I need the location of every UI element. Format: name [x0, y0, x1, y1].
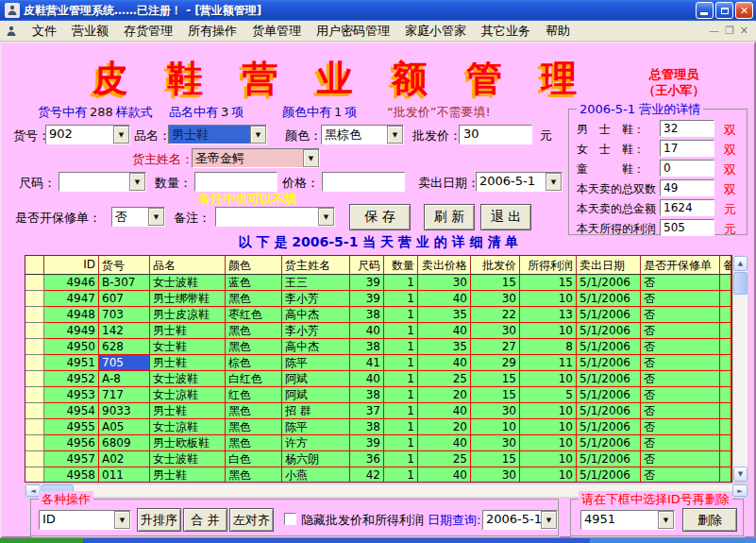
- table-cell[interactable]: 男士鞋: [150, 403, 226, 419]
- mdi-restore-icon[interactable]: ❐: [725, 25, 734, 37]
- table-row[interactable]: 4950628女士鞋黑色高中杰381352785/1/2006否: [25, 339, 731, 355]
- table-cell[interactable]: 高中杰: [282, 339, 350, 355]
- table-cell[interactable]: 否: [641, 291, 720, 307]
- table-cell[interactable]: [720, 371, 731, 387]
- table-cell[interactable]: B-307: [99, 275, 150, 291]
- table-cell[interactable]: 40: [350, 323, 384, 339]
- table-cell[interactable]: 4948: [44, 307, 99, 323]
- table-cell[interactable]: [720, 387, 731, 403]
- table-cell[interactable]: [720, 435, 731, 451]
- table-cell[interactable]: 5: [520, 387, 577, 403]
- chevron-down-icon[interactable]: ▼: [546, 173, 562, 191]
- table-cell[interactable]: 4949: [44, 323, 99, 339]
- table-cell[interactable]: [720, 419, 731, 435]
- table-cell[interactable]: 5/1/2006: [577, 291, 641, 307]
- table-cell[interactable]: 男士皮凉鞋: [150, 307, 226, 323]
- menu-item-help[interactable]: 帮助: [538, 21, 578, 42]
- grid-body[interactable]: 4946B-307女士波鞋蓝色王三3913015155/1/2006否49476…: [25, 275, 731, 483]
- table-cell[interactable]: 38: [350, 307, 384, 323]
- mdi-minimize-icon[interactable]: —: [709, 25, 719, 37]
- wholesale-price-field[interactable]: 30: [459, 125, 532, 144]
- table-cell[interactable]: [720, 339, 731, 355]
- table-cell[interactable]: 4956: [44, 435, 99, 451]
- exit-button[interactable]: 退 出: [480, 204, 531, 230]
- table-cell[interactable]: 15: [520, 275, 577, 291]
- table-cell[interactable]: 4953: [44, 387, 99, 403]
- women-shoes-field[interactable]: 17: [660, 140, 714, 157]
- row-selector-cell[interactable]: [25, 451, 44, 467]
- table-cell[interactable]: 1: [384, 435, 418, 451]
- chevron-down-icon[interactable]: ▼: [114, 511, 130, 529]
- sales-grid[interactable]: ID货号品名颜色货主姓名尺码数量卖出价格批发价所得利润卖出日期是否开保修单备 4…: [25, 255, 732, 483]
- table-cell[interactable]: 男士鞋: [150, 467, 226, 483]
- table-cell[interactable]: 40: [418, 355, 471, 371]
- table-row[interactable]: 4946B-307女士波鞋蓝色王三3913015155/1/2006否: [25, 275, 731, 291]
- align-left-button[interactable]: 左对齐: [229, 508, 274, 532]
- table-cell[interactable]: 1: [384, 451, 418, 467]
- table-cell[interactable]: 38: [350, 387, 384, 403]
- table-cell[interactable]: 1: [384, 387, 418, 403]
- sort-asc-button[interactable]: 升排序: [137, 508, 181, 532]
- table-cell[interactable]: 否: [641, 323, 720, 339]
- table-cell[interactable]: 29: [471, 355, 520, 371]
- table-row[interactable]: 4952A-8女士波鞋白红色阿斌4012515105/1/2006否: [25, 371, 731, 387]
- table-cell[interactable]: [720, 451, 731, 467]
- sort-field-combo[interactable]: ID▼: [39, 510, 131, 530]
- table-cell[interactable]: 42: [350, 467, 384, 483]
- restore-button[interactable]: [715, 2, 733, 19]
- table-cell[interactable]: [720, 275, 731, 291]
- table-cell[interactable]: 女士波鞋: [150, 371, 226, 387]
- table-cell[interactable]: 39: [350, 291, 384, 307]
- table-cell[interactable]: 40: [418, 291, 471, 307]
- grid-vertical-scrollbar[interactable]: ▲ ▼: [732, 255, 748, 483]
- grid-column-header[interactable]: 货号: [99, 256, 150, 275]
- table-cell[interactable]: 白红色: [226, 371, 282, 387]
- children-shoes-field[interactable]: 0: [660, 160, 714, 177]
- chevron-down-icon[interactable]: ▼: [387, 126, 403, 144]
- hide-price-checkbox-label[interactable]: 隐藏批发价和所得利润: [301, 512, 424, 529]
- table-cell[interactable]: 4952: [44, 371, 99, 387]
- menu-item-file[interactable]: 文件: [25, 21, 64, 42]
- row-selector-cell[interactable]: [25, 403, 44, 419]
- table-cell[interactable]: A02: [99, 451, 150, 467]
- table-cell[interactable]: 10: [520, 467, 577, 483]
- table-cell[interactable]: 1: [384, 291, 418, 307]
- grid-column-header[interactable]: 卖出价格: [418, 256, 471, 275]
- save-button[interactable]: 保 存: [349, 204, 411, 230]
- row-selector-cell[interactable]: [25, 275, 44, 291]
- table-cell[interactable]: 否: [641, 371, 720, 387]
- merge-button[interactable]: 合 并: [183, 508, 227, 532]
- table-cell[interactable]: 女士波鞋: [150, 275, 226, 291]
- table-cell[interactable]: 4957: [44, 451, 99, 467]
- table-cell[interactable]: 40: [418, 323, 471, 339]
- table-cell[interactable]: 1: [384, 467, 418, 483]
- table-row[interactable]: 49566809男士欧板鞋黑色许方3914030105/1/2006否: [25, 435, 731, 451]
- table-cell[interactable]: 15: [471, 371, 520, 387]
- table-cell[interactable]: 枣红色: [226, 307, 282, 323]
- table-cell[interactable]: 39: [350, 275, 384, 291]
- table-cell[interactable]: 5/1/2006: [577, 467, 641, 483]
- table-cell[interactable]: 9033: [99, 403, 150, 419]
- table-cell[interactable]: 22: [471, 307, 520, 323]
- table-cell[interactable]: 142: [99, 323, 150, 339]
- grid-column-header[interactable]: 批发价: [471, 256, 520, 275]
- table-row[interactable]: 4948703男士皮凉鞋枣红色高中杰3813522135/1/2006否: [25, 307, 731, 323]
- table-cell[interactable]: 高中杰: [282, 307, 350, 323]
- table-cell[interactable]: 40: [350, 371, 384, 387]
- row-selector-cell[interactable]: [25, 323, 44, 339]
- table-cell[interactable]: 30: [471, 403, 520, 419]
- table-cell[interactable]: 黑色: [226, 403, 282, 419]
- chevron-down-icon[interactable]: ▼: [250, 126, 266, 144]
- table-cell[interactable]: 6809: [99, 435, 150, 451]
- row-selector-cell[interactable]: [25, 291, 44, 307]
- table-cell[interactable]: 10: [520, 323, 577, 339]
- table-cell[interactable]: 011: [99, 467, 150, 483]
- table-cell[interactable]: 40: [418, 467, 471, 483]
- table-cell[interactable]: 李小芳: [282, 323, 350, 339]
- table-cell[interactable]: 27: [471, 339, 520, 355]
- table-cell[interactable]: 30: [418, 275, 471, 291]
- owner-name-combo[interactable]: 圣帝金鳄▼: [192, 148, 320, 168]
- warranty-combo[interactable]: 否▼: [111, 207, 165, 227]
- menu-item-passwords[interactable]: 用户密码管理: [309, 21, 397, 42]
- grid-column-header[interactable]: [25, 256, 44, 275]
